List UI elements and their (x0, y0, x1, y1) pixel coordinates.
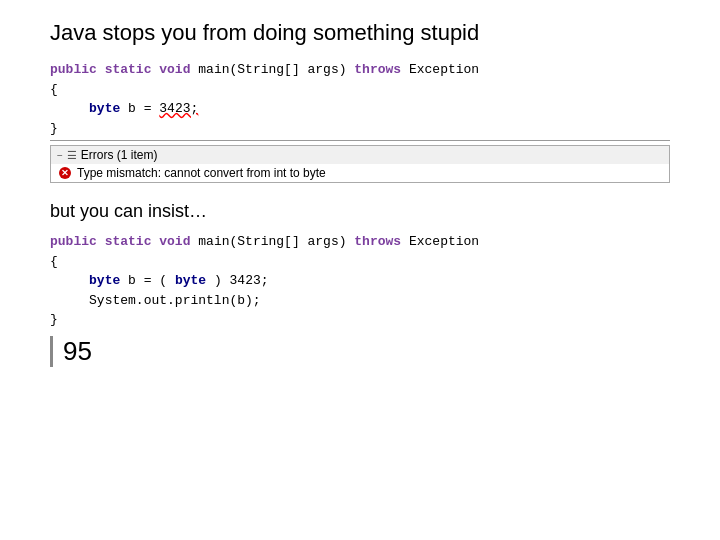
code-text: Exception (409, 62, 479, 77)
code-text: b = (128, 101, 159, 116)
keyword-byte: byte (89, 101, 120, 116)
code-indent (50, 273, 81, 288)
code-text: main(String[] args) (198, 62, 354, 77)
output-section: 95 (50, 336, 680, 367)
code2-line-1: public static void main(String[] args) t… (50, 232, 670, 252)
code-value-underline: 3423; (159, 101, 198, 116)
code-block-2: public static void main(String[] args) t… (40, 232, 680, 330)
code-text: ) 3423; (214, 273, 269, 288)
code2-line-4: System.out.println(b); (50, 291, 670, 311)
collapse-icon[interactable]: − (57, 150, 63, 161)
keyword-byte-2: byte (89, 273, 120, 288)
errors-header-label: Errors (1 item) (81, 148, 158, 162)
error-message: Type mismatch: cannot convert from int t… (77, 166, 326, 180)
code2-line-2: { (50, 252, 670, 272)
keyword-byte-cast: byte (175, 273, 206, 288)
list-icon: ☰ (67, 149, 77, 162)
page-title: Java stops you from doing something stup… (50, 20, 680, 46)
errors-header: − ☰ Errors (1 item) (51, 146, 669, 164)
code-line-1: public static void main(String[] args) t… (50, 60, 670, 80)
code-block-1: public static void main(String[] args) t… (40, 60, 680, 138)
keyword-static-2: static (105, 234, 152, 249)
code-line-4: } (50, 119, 670, 139)
code-line-2: { (50, 80, 670, 100)
code2-line-3: byte b = ( byte ) 3423; (50, 271, 670, 291)
keyword-void: void (159, 62, 190, 77)
keyword-throws: throws (354, 62, 401, 77)
code-text: b = ( (128, 273, 167, 288)
subtitle: but you can insist… (50, 201, 670, 222)
output-value: 95 (63, 336, 670, 367)
keyword-public: public (50, 62, 97, 77)
code-text: System.out.println(b); (89, 293, 261, 308)
keyword-public-2: public (50, 234, 97, 249)
code-line-3: byte b = 3423; (50, 99, 670, 119)
errors-panel: − ☰ Errors (1 item) ✕ Type mismatch: can… (50, 145, 670, 183)
code-indent (50, 293, 81, 308)
code-indent (50, 101, 81, 116)
code-text: main(String[] args) (198, 234, 354, 249)
error-row: ✕ Type mismatch: cannot convert from int… (51, 164, 669, 182)
code-text: Exception (409, 234, 479, 249)
keyword-void-2: void (159, 234, 190, 249)
keyword-throws-2: throws (354, 234, 401, 249)
divider (50, 140, 670, 141)
code2-line-5: } (50, 310, 670, 330)
error-icon: ✕ (59, 167, 71, 179)
keyword-static: static (105, 62, 152, 77)
